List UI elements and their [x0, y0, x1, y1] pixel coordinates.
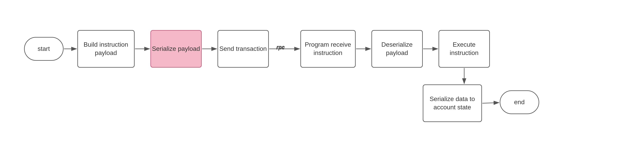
- node-deserialize-payload: Deserialize payload: [372, 30, 423, 68]
- node-start: start: [24, 37, 64, 61]
- arrows-layer: [16, 11, 628, 130]
- node-serialize-payload: Serialize payload: [150, 30, 202, 68]
- node-send-transaction: Send transaction: [218, 30, 269, 68]
- svg-line-8: [482, 103, 499, 103]
- node-program-receive: Program receive instruction: [300, 30, 356, 68]
- node-serialize-account-state: Serialize data to account state: [423, 84, 482, 122]
- node-execute-instruction: Execute instruction: [438, 30, 490, 68]
- flow-diagram: rpc start Build instruction payload Seri…: [16, 11, 628, 130]
- rpc-arrow-label: rpc: [276, 45, 285, 51]
- node-end: end: [500, 90, 539, 114]
- node-build-instruction: Build instruction payload: [77, 30, 134, 68]
